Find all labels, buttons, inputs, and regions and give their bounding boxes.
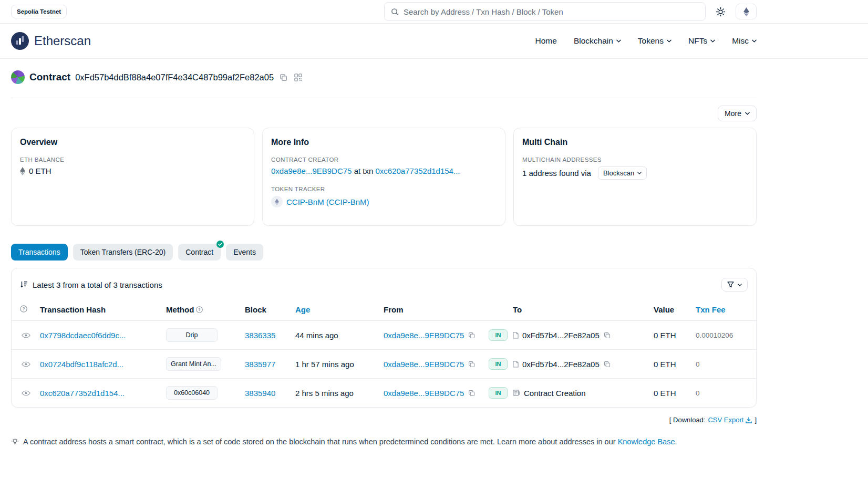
tab-bar: Transactions Token Transfers (ERC-20) Co…: [11, 244, 757, 261]
blockscan-dropdown-button[interactable]: Blockscan: [598, 166, 647, 180]
multichain-addresses-label: MULTICHAIN ADDRESSES: [522, 157, 748, 163]
transactions-panel: Latest 3 from a total of 3 transactions …: [11, 268, 757, 408]
contract-address: 0xFd57b4ddBf88a4e07fF4e34C487b99af2Fe82a…: [75, 72, 274, 82]
block-link[interactable]: 3835977: [245, 360, 275, 369]
copy-from-button[interactable]: [468, 331, 476, 339]
footnote-suffix: .: [675, 438, 677, 446]
col-age-toggle[interactable]: Age: [291, 299, 379, 321]
creation-txn-link[interactable]: 0xc620a77352d1d154...: [375, 166, 460, 175]
overview-card: Overview ETH BALANCE 0 ETH: [11, 128, 254, 226]
transaction-row: 0x7798dcdaec0f6dd9c... Drip 3836335 44 m…: [12, 321, 756, 350]
filter-dropdown-button[interactable]: [721, 278, 748, 291]
contract-creation-icon: [513, 390, 520, 396]
funnel-icon: [727, 282, 734, 288]
age-text: 2 hrs 5 mins ago: [295, 389, 354, 398]
address-avatar: [11, 70, 25, 84]
network-menu-button[interactable]: [736, 4, 757, 19]
help-question-icon[interactable]: ?: [20, 305, 27, 312]
block-link[interactable]: 3836335: [245, 331, 275, 340]
eye-preview-button[interactable]: [20, 331, 32, 340]
copy-icon: [468, 332, 475, 339]
col-direction: [484, 299, 509, 321]
copy-to-button[interactable]: [603, 331, 611, 339]
creator-address-link[interactable]: 0xda9e8e...9EB9DC75: [271, 166, 352, 175]
txn-hash-link[interactable]: 0x7798dcdaec0f6dd9c...: [40, 331, 126, 340]
from-address-link[interactable]: 0xda9e8e...9EB9DC75: [384, 389, 464, 398]
to-address: 0xFd57b4...2Fe82a05: [522, 331, 600, 340]
eth-diamond-icon: [20, 167, 25, 175]
ethereum-icon: [743, 7, 749, 16]
search-input[interactable]: [404, 7, 699, 16]
theme-toggle-button[interactable]: [714, 5, 728, 19]
overview-card-title: Overview: [20, 138, 245, 147]
method-badge: Drip: [166, 328, 218, 342]
txn-hash-link[interactable]: 0xc620a77352d1d154...: [40, 389, 125, 398]
nav-blockchain[interactable]: Blockchain: [574, 36, 621, 46]
col-txn-fee-toggle[interactable]: Txn Fee: [691, 299, 756, 321]
token-logo-icon: [271, 196, 283, 207]
transactions-summary-text: Latest 3 from a total of 3 transactions: [33, 280, 162, 289]
tab-contract[interactable]: Contract: [178, 244, 221, 261]
transaction-row: 0x0724bdf9c118afc2d... Grant Mint An... …: [12, 350, 756, 379]
eye-preview-button[interactable]: [20, 389, 32, 398]
copy-from-button[interactable]: [468, 389, 476, 397]
copy-from-button[interactable]: [468, 360, 476, 368]
contract-info-footnote: A contract address hosts a smart contrac…: [11, 438, 757, 477]
main-nav: Home Blockchain Tokens NFTs Misc: [535, 36, 757, 46]
topbar: Sepolia Testnet: [0, 0, 868, 24]
tab-transactions[interactable]: Transactions: [11, 244, 68, 261]
creator-connector-text: at txn: [354, 166, 374, 175]
knowledge-base-link[interactable]: Knowledge Base: [618, 438, 675, 446]
transactions-table: ? Transaction Hash Method? Block Age Fro…: [12, 299, 756, 407]
value-text: 0 ETH: [654, 389, 676, 398]
copy-address-button[interactable]: [278, 72, 288, 82]
transaction-row: 0xc620a77352d1d154... 0x60c06040 3835940…: [12, 379, 756, 408]
more-info-card-title: More Info: [271, 138, 497, 147]
contract-file-icon: [513, 332, 519, 339]
contract-file-icon: [513, 361, 519, 368]
from-address-link[interactable]: 0xda9e8e...9EB9DC75: [384, 360, 464, 369]
search-icon: [391, 8, 399, 16]
chevron-down-icon: [637, 172, 642, 174]
eye-icon: [22, 332, 30, 338]
chevron-down-icon: [752, 39, 757, 43]
direction-in-badge: IN: [489, 329, 508, 341]
token-tracker-link[interactable]: CCIP-BnM (CCIP-BnM): [286, 197, 369, 206]
age-text: 44 mins ago: [295, 331, 338, 340]
token-tracker-label: TOKEN TRACKER: [271, 186, 497, 192]
download-icon: [746, 417, 752, 423]
col-to: To: [509, 299, 649, 321]
tab-token-transfers[interactable]: Token Transfers (ERC-20): [73, 244, 173, 261]
copy-icon: [468, 361, 475, 368]
eye-preview-button[interactable]: [20, 360, 32, 369]
multichain-card-title: Multi Chain: [522, 138, 748, 147]
fee-text: 0: [691, 379, 756, 408]
method-badge: 0x60c06040: [166, 386, 218, 400]
col-block: Block: [241, 299, 291, 321]
age-text: 1 hr 57 mins ago: [295, 360, 354, 369]
more-info-card: More Info CONTRACT CREATOR 0xda9e8e...9E…: [262, 128, 505, 226]
nav-tokens[interactable]: Tokens: [638, 36, 671, 46]
etherscan-logo[interactable]: Etherscan: [11, 32, 91, 50]
csv-export-link[interactable]: CSV Export: [708, 416, 752, 424]
txn-hash-link[interactable]: 0x0724bdf9c118afc2d...: [40, 360, 123, 369]
nav-home[interactable]: Home: [535, 36, 557, 46]
qr-code-button[interactable]: [293, 72, 303, 82]
verified-check-icon: [216, 241, 224, 248]
block-link[interactable]: 3835940: [245, 389, 275, 398]
method-help-icon[interactable]: ?: [196, 306, 203, 313]
copy-to-button[interactable]: [603, 360, 611, 368]
to-address: 0xFd57b4...2Fe82a05: [522, 360, 600, 369]
nav-misc[interactable]: Misc: [732, 36, 757, 46]
direction-in-badge: IN: [489, 358, 508, 370]
value-text: 0 ETH: [654, 360, 676, 369]
etherscan-logo-icon: [11, 32, 29, 50]
nav-nfts[interactable]: NFTs: [688, 36, 715, 46]
tab-events[interactable]: Events: [226, 244, 263, 261]
site-header: Etherscan Home Blockchain Tokens NFTs Mi…: [0, 24, 868, 59]
network-badge[interactable]: Sepolia Testnet: [11, 5, 67, 18]
from-address-link[interactable]: 0xda9e8e...9EB9DC75: [384, 331, 464, 340]
search-bar[interactable]: [384, 2, 706, 21]
more-dropdown-button[interactable]: More: [718, 106, 757, 121]
copy-icon: [604, 332, 611, 339]
